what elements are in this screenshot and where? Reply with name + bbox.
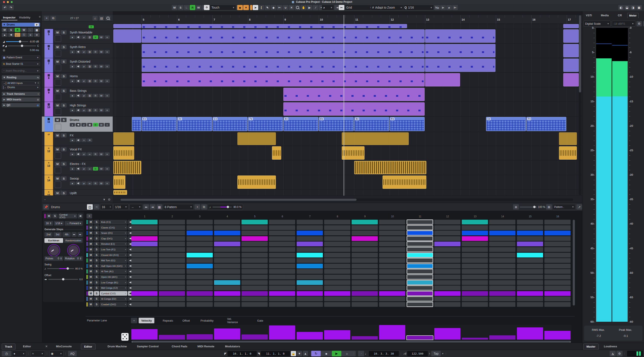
- step-cell[interactable]: [186, 247, 213, 252]
- step-cell[interactable]: [544, 269, 570, 274]
- monitor-button[interactable]: [76, 108, 81, 112]
- position-display[interactable]: 10. 3. 3. 30: [369, 351, 399, 356]
- midi-input-dropdown[interactable]: →]All MIDI Inputs▼ ⤨: [2, 81, 40, 85]
- meter-reference-dropdown[interactable]: -18 dBFS▼: [612, 20, 636, 26]
- step-cell[interactable]: [132, 258, 158, 263]
- insert-recording-dropdown[interactable]: ◔Insert Recording...▼: [2, 69, 40, 73]
- step-cell[interactable]: [544, 264, 570, 268]
- part-box[interactable]: [55, 167, 61, 173]
- edit-channel-button[interactable]: e: [81, 167, 86, 171]
- step-cell[interactable]: [214, 291, 240, 296]
- iterative-quantize-icon[interactable]: ⅒: [434, 5, 440, 10]
- sound-mute-button[interactable]: M: [46, 214, 52, 218]
- gen-direction-dropdown[interactable]: → Forward ▾: [64, 221, 83, 226]
- step-cell[interactable]: [324, 253, 350, 258]
- lanes-icon[interactable]: ≡: [28, 33, 33, 37]
- step-cell[interactable]: [132, 264, 158, 268]
- step-cell[interactable]: [379, 220, 405, 224]
- read-automation-button[interactable]: R: [93, 152, 98, 156]
- step-cell[interactable]: [186, 236, 213, 241]
- drum-row-cymbal[interactable]: MSCymbal (C#2)▾: [86, 291, 133, 296]
- step-cell[interactable]: [269, 258, 295, 263]
- step-cell[interactable]: [462, 302, 488, 307]
- clip[interactable]: [142, 24, 407, 28]
- step-cell[interactable]: [544, 220, 570, 224]
- step-cell[interactable]: [214, 231, 240, 235]
- step-cell[interactable]: [159, 264, 185, 268]
- drum-pattern-clip[interactable]: 4▾: [283, 117, 318, 131]
- param-tab-repeats[interactable]: Repeats: [160, 318, 176, 323]
- stop-button[interactable]: ■: [322, 351, 331, 356]
- step-cell[interactable]: [242, 302, 268, 307]
- maximize-window-button[interactable]: [11, 1, 13, 3]
- lanes-button[interactable]: ≡: [104, 182, 110, 185]
- event-type-dropdown[interactable]: ▦Pattern Event▼: [2, 55, 40, 60]
- clip[interactable]: [354, 161, 426, 174]
- step-cell[interactable]: [434, 291, 460, 296]
- write-automation-button[interactable]: W: [99, 94, 104, 97]
- clip[interactable]: [238, 132, 276, 145]
- step-cell[interactable]: [352, 220, 378, 224]
- toolbar-swing-slider[interactable]: ♪ 80.0 %: [208, 204, 243, 210]
- drum-pattern-clip[interactable]: 7▾: [526, 117, 566, 131]
- read-automation-button[interactable]: R: [93, 123, 98, 127]
- delay-row[interactable]: ◎ 0.00 ms: [2, 48, 40, 52]
- step-cell[interactable]: [352, 264, 378, 268]
- vertical-scrollbar[interactable]: [579, 15, 581, 195]
- step-cell[interactable]: [462, 236, 488, 241]
- step-cell[interactable]: [407, 297, 433, 301]
- clip[interactable]: [382, 175, 426, 189]
- step-cell[interactable]: [269, 231, 295, 235]
- drum-solo-button[interactable]: S: [94, 291, 99, 296]
- auto-quantize-button[interactable]: AQ: [68, 351, 77, 356]
- next-pattern-icon[interactable]: ➡: [150, 204, 156, 210]
- pattern-chip[interactable]: 1▾: [214, 118, 218, 120]
- drum-name-dropdown[interactable]: Hi Tom (A1)▾: [100, 269, 127, 274]
- step-cell[interactable]: [352, 253, 378, 258]
- right-locator-value[interactable]: 11. 1. 1. 0: [261, 351, 290, 356]
- record-enable-button[interactable]: ●: [70, 152, 75, 156]
- record-enable-icon[interactable]: ●: [2, 33, 8, 37]
- step-cell[interactable]: [186, 291, 213, 296]
- drum-name-dropdown[interactable]: Mid Conga (C2)▾: [100, 286, 127, 290]
- step-cell[interactable]: [352, 275, 378, 279]
- play-tool[interactable]: ▶: [307, 5, 312, 10]
- pan-slider-row[interactable]: ◤◢ C: [2, 44, 40, 48]
- step-cell[interactable]: [407, 291, 433, 296]
- step-cell[interactable]: [352, 258, 378, 263]
- mute-button[interactable]: M: [55, 162, 60, 166]
- swing-slider[interactable]: ♪ 80.0 %: [44, 267, 83, 270]
- drum-mute-button[interactable]: M: [88, 236, 94, 241]
- pattern-chip[interactable]: 6▾: [142, 118, 146, 120]
- punch-in-icon[interactable]: ▼: [297, 351, 302, 356]
- step-cell[interactable]: [324, 275, 350, 279]
- drum-name-dropdown[interactable]: Low Conga (B1)▾: [100, 280, 127, 285]
- step-cell[interactable]: [242, 253, 268, 258]
- drum-pattern-clip[interactable]: 4▾: [354, 117, 389, 131]
- step-cell[interactable]: [544, 286, 570, 290]
- step-cell[interactable]: [269, 269, 295, 274]
- time-display-icon[interactable]: ◷: [2, 351, 11, 356]
- solo-button[interactable]: S: [61, 133, 66, 137]
- drum-mute-button[interactable]: M: [88, 264, 94, 268]
- gen-resolution-dropdown[interactable]: 1/16 ▾: [54, 221, 64, 226]
- drum-pattern-clip[interactable]: 9▾: [390, 117, 424, 131]
- monitor-button[interactable]: [76, 123, 81, 127]
- clip[interactable]: [559, 132, 577, 145]
- record-enable-button[interactable]: ●: [70, 123, 75, 127]
- drum-row-closed[interactable]: MSClosed HH (F#1)▾: [86, 253, 133, 258]
- global-w-button[interactable]: W: [196, 5, 201, 10]
- step-cell[interactable]: [159, 258, 185, 263]
- step-cell[interactable]: [489, 247, 516, 252]
- drum-name-dropdown[interactable]: Hi Conga (D2)▾: [100, 297, 127, 301]
- step-cell[interactable]: [434, 220, 460, 224]
- step-cell[interactable]: [324, 297, 350, 301]
- step-cell[interactable]: [269, 253, 295, 258]
- gen-steps-stepper[interactable]: 16 ⇕: [44, 221, 53, 226]
- step-cell[interactable]: [159, 297, 185, 301]
- monitor-button[interactable]: [76, 94, 81, 97]
- left-locator-value[interactable]: 10. 1. 1. 0: [228, 351, 257, 356]
- velocity-bar[interactable]: [517, 327, 543, 340]
- step-cell[interactable]: [186, 269, 213, 274]
- record-enable-button[interactable]: ●: [70, 50, 75, 54]
